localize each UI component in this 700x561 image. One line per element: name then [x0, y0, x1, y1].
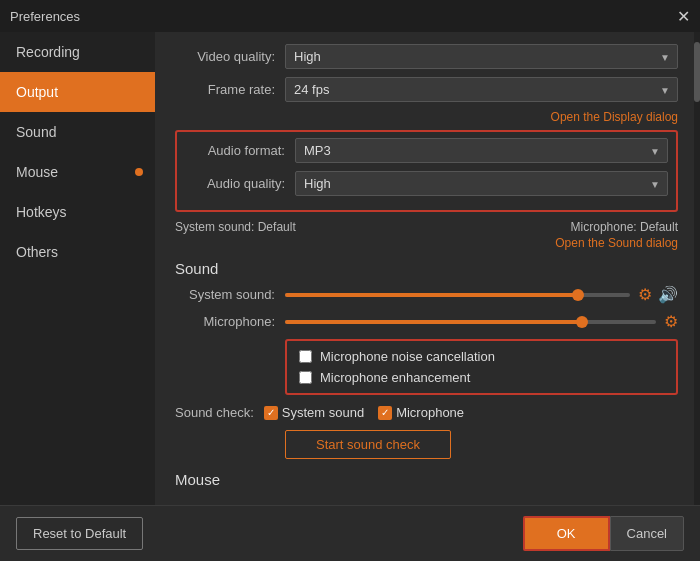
audio-format-box: Audio format: MP3 Audio quality: High — [175, 130, 678, 212]
microphone-check-icon[interactable]: ✓ — [378, 406, 392, 420]
microphone-label: Microphone: — [175, 314, 275, 329]
reset-to-default-button[interactable]: Reset to Default — [16, 517, 143, 550]
frame-rate-select[interactable]: 24 fps — [285, 77, 678, 102]
system-sound-fill — [285, 293, 578, 297]
video-quality-row: Video quality: High — [175, 44, 678, 69]
sidebar: Recording Output Sound Mouse Hotkeys Oth… — [0, 32, 155, 505]
sidebar-item-mouse[interactable]: Mouse — [0, 152, 155, 192]
start-sound-check-button[interactable]: Start sound check — [285, 430, 451, 459]
system-sound-track[interactable] — [285, 293, 630, 297]
audio-format-label: Audio format: — [185, 143, 285, 158]
enhancement-checkbox[interactable] — [299, 371, 312, 384]
audio-quality-select[interactable]: High — [295, 171, 668, 196]
system-sound-check-icon[interactable]: ✓ — [264, 406, 278, 420]
microphone-check-item: ✓ Microphone — [378, 405, 464, 420]
system-sound-label: System sound: — [175, 287, 275, 302]
frame-rate-label: Frame rate: — [175, 82, 275, 97]
sidebar-item-recording[interactable]: Recording — [0, 32, 155, 72]
noise-cancellation-checkbox[interactable] — [299, 350, 312, 363]
sidebar-item-sound[interactable]: Sound — [0, 112, 155, 152]
audio-format-select-wrapper: MP3 — [295, 138, 668, 163]
sound-check-row: Sound check: ✓ System sound ✓ Microphone — [175, 405, 678, 420]
system-sound-thumb[interactable] — [572, 289, 584, 301]
microphone-slider-row: Microphone: ⚙ — [175, 312, 678, 331]
sidebar-item-label: Sound — [16, 124, 56, 140]
sidebar-item-hotkeys[interactable]: Hotkeys — [0, 192, 155, 232]
microphone-check-label: Microphone — [396, 405, 464, 420]
enhancement-row: Microphone enhancement — [299, 370, 664, 385]
enhancement-label: Microphone enhancement — [320, 370, 470, 385]
system-sound-slider-row: System sound: ⚙ 🔊 — [175, 285, 678, 304]
audio-format-row: Audio format: MP3 — [185, 138, 668, 163]
close-button[interactable]: ✕ — [677, 7, 690, 26]
microphone-gear-icon[interactable]: ⚙ — [664, 312, 678, 331]
microphone-icons: ⚙ — [664, 312, 678, 331]
sound-status-row: System sound: Default Microphone: Defaul… — [175, 220, 678, 234]
sidebar-item-label: Output — [16, 84, 58, 100]
microphone-status: Microphone: Default — [571, 220, 678, 234]
audio-quality-label: Audio quality: — [185, 176, 285, 191]
frame-rate-select-wrapper: 24 fps — [285, 77, 678, 102]
preferences-window: Preferences ✕ Recording Output Sound Mou… — [0, 0, 700, 561]
noise-cancellation-row: Microphone noise cancellation — [299, 349, 664, 364]
sound-section-title: Sound — [175, 260, 678, 277]
ok-button[interactable]: OK — [523, 516, 610, 551]
system-sound-check-label: System sound — [282, 405, 364, 420]
audio-quality-row: Audio quality: High — [185, 171, 668, 196]
window-title: Preferences — [10, 9, 80, 24]
main-content: Recording Output Sound Mouse Hotkeys Oth… — [0, 32, 700, 505]
scrollbar-track[interactable] — [694, 32, 700, 505]
frame-rate-row: Frame rate: 24 fps — [175, 77, 678, 102]
sidebar-item-others[interactable]: Others — [0, 232, 155, 272]
system-sound-check-item: ✓ System sound — [264, 405, 364, 420]
noise-cancellation-label: Microphone noise cancellation — [320, 349, 495, 364]
sidebar-item-label: Recording — [16, 44, 80, 60]
ok-cancel-group: OK Cancel — [523, 516, 684, 551]
scrollbar-thumb[interactable] — [694, 42, 700, 102]
system-sound-speaker-icon[interactable]: 🔊 — [658, 285, 678, 304]
system-sound-icons: ⚙ 🔊 — [638, 285, 678, 304]
open-display-link[interactable]: Open the Display dialog — [175, 110, 678, 124]
audio-format-select[interactable]: MP3 — [295, 138, 668, 163]
sidebar-item-output[interactable]: Output — [0, 72, 155, 112]
bottom-bar: Reset to Default OK Cancel — [0, 505, 700, 561]
mouse-dot — [135, 168, 143, 176]
video-quality-label: Video quality: — [175, 49, 275, 64]
sidebar-item-label: Mouse — [16, 164, 58, 180]
title-bar: Preferences ✕ — [0, 0, 700, 32]
open-sound-link[interactable]: Open the Sound dialog — [175, 236, 678, 250]
microphone-options-box: Microphone noise cancellation Microphone… — [285, 339, 678, 395]
sound-check-label: Sound check: — [175, 405, 254, 420]
output-panel: Video quality: High Frame rate: 24 fps O… — [155, 32, 694, 505]
mouse-section-title: Mouse — [175, 471, 678, 488]
cancel-button[interactable]: Cancel — [610, 516, 684, 551]
microphone-fill — [285, 320, 582, 324]
microphone-thumb[interactable] — [576, 316, 588, 328]
system-sound-status: System sound: Default — [175, 220, 296, 234]
sidebar-item-label: Others — [16, 244, 58, 260]
sidebar-item-label: Hotkeys — [16, 204, 67, 220]
audio-quality-select-wrapper: High — [295, 171, 668, 196]
microphone-track[interactable] — [285, 320, 656, 324]
video-quality-select-wrapper: High — [285, 44, 678, 69]
system-sound-gear-icon[interactable]: ⚙ — [638, 285, 652, 304]
video-quality-select[interactable]: High — [285, 44, 678, 69]
